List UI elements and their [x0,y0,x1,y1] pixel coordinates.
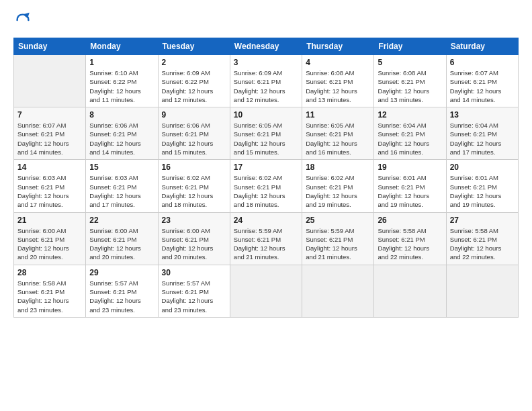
calendar-cell: 26Sunrise: 5:58 AMSunset: 6:21 PMDayligh… [374,212,446,265]
calendar-cell: 25Sunrise: 5:59 AMSunset: 6:21 PMDayligh… [302,212,374,265]
calendar-week-row: 14Sunrise: 6:03 AMSunset: 6:21 PMDayligh… [14,160,519,212]
day-number: 30 [162,268,226,277]
calendar-table: SundayMondayTuesdayWednesdayThursdayFrid… [13,38,519,318]
day-number: 25 [306,216,370,225]
day-info: Sunrise: 6:02 AMSunset: 6:21 PMDaylight:… [234,173,298,209]
calendar-cell: 24Sunrise: 5:59 AMSunset: 6:21 PMDayligh… [230,212,302,265]
day-info: Sunrise: 5:57 AMSunset: 6:21 PMDaylight:… [89,279,154,314]
calendar-cell: 10Sunrise: 6:05 AMSunset: 6:21 PMDayligh… [230,107,302,160]
calendar-header-row: SundayMondayTuesdayWednesdayThursdayFrid… [14,38,519,55]
calendar-cell [446,265,518,317]
calendar-cell: 19Sunrise: 6:01 AMSunset: 6:21 PMDayligh… [374,160,446,212]
calendar-cell: 27Sunrise: 5:58 AMSunset: 6:21 PMDayligh… [446,212,518,265]
day-number: 16 [162,163,226,172]
day-number: 24 [234,216,298,225]
day-number: 19 [378,163,442,172]
day-number: 13 [450,110,515,120]
weekday-header-saturday: Saturday [446,38,518,55]
calendar-cell: 16Sunrise: 6:02 AMSunset: 6:21 PMDayligh… [158,160,230,212]
calendar-cell [302,265,374,317]
day-number: 3 [234,58,298,67]
day-info: Sunrise: 5:58 AMSunset: 6:21 PMDaylight:… [450,226,515,262]
weekday-header-tuesday: Tuesday [158,38,230,55]
day-info: Sunrise: 6:09 AMSunset: 6:21 PMDaylight:… [234,68,298,104]
day-info: Sunrise: 6:03 AMSunset: 6:21 PMDaylight:… [17,173,82,209]
day-info: Sunrise: 6:04 AMSunset: 6:21 PMDaylight:… [450,121,515,156]
calendar-cell: 30Sunrise: 5:57 AMSunset: 6:21 PMDayligh… [158,265,230,317]
day-number: 18 [306,163,370,172]
day-info: Sunrise: 6:02 AMSunset: 6:21 PMDaylight:… [306,173,370,209]
day-number: 8 [89,110,154,120]
page: SundayMondayTuesdayWednesdayThursdayFrid… [0,0,532,411]
day-info: Sunrise: 6:00 AMSunset: 6:21 PMDaylight:… [17,226,82,262]
calendar-cell: 4Sunrise: 6:08 AMSunset: 6:21 PMDaylight… [302,55,374,107]
day-info: Sunrise: 6:00 AMSunset: 6:21 PMDaylight:… [89,226,154,262]
weekday-header-wednesday: Wednesday [230,38,302,55]
day-info: Sunrise: 6:09 AMSunset: 6:22 PMDaylight:… [162,68,226,104]
day-number: 20 [450,163,515,172]
day-info: Sunrise: 5:58 AMSunset: 6:21 PMDaylight:… [378,226,442,262]
day-number: 22 [89,216,154,225]
day-info: Sunrise: 5:58 AMSunset: 6:21 PMDaylight:… [17,279,82,314]
day-number: 5 [378,58,442,67]
day-number: 14 [17,163,82,172]
day-info: Sunrise: 6:06 AMSunset: 6:21 PMDaylight:… [89,121,154,156]
calendar-cell: 9Sunrise: 6:06 AMSunset: 6:21 PMDaylight… [158,107,230,160]
calendar-cell: 20Sunrise: 6:01 AMSunset: 6:21 PMDayligh… [446,160,518,212]
day-number: 12 [378,110,442,120]
calendar-week-row: 7Sunrise: 6:07 AMSunset: 6:21 PMDaylight… [14,107,519,160]
day-number: 1 [89,58,154,67]
day-info: Sunrise: 5:59 AMSunset: 6:21 PMDaylight:… [234,226,298,262]
day-info: Sunrise: 6:08 AMSunset: 6:21 PMDaylight:… [306,68,370,104]
day-info: Sunrise: 6:01 AMSunset: 6:21 PMDaylight:… [378,173,442,209]
day-number: 17 [234,163,298,172]
calendar-week-row: 28Sunrise: 5:58 AMSunset: 6:21 PMDayligh… [14,265,519,317]
calendar-cell: 11Sunrise: 6:05 AMSunset: 6:21 PMDayligh… [302,107,374,160]
calendar-cell [374,265,446,317]
day-number: 6 [450,58,515,67]
calendar-cell [14,55,86,107]
calendar-cell: 23Sunrise: 6:00 AMSunset: 6:21 PMDayligh… [158,212,230,265]
calendar-cell: 8Sunrise: 6:06 AMSunset: 6:21 PMDaylight… [86,107,158,160]
day-number: 4 [306,58,370,67]
day-number: 2 [162,58,226,67]
day-info: Sunrise: 6:07 AMSunset: 6:21 PMDaylight:… [450,68,515,104]
day-info: Sunrise: 6:05 AMSunset: 6:21 PMDaylight:… [306,121,370,156]
day-number: 15 [89,163,154,172]
calendar-cell: 21Sunrise: 6:00 AMSunset: 6:21 PMDayligh… [14,212,86,265]
calendar-week-row: 21Sunrise: 6:00 AMSunset: 6:21 PMDayligh… [14,212,519,265]
day-info: Sunrise: 6:02 AMSunset: 6:21 PMDaylight:… [162,173,226,209]
day-info: Sunrise: 6:00 AMSunset: 6:21 PMDaylight:… [162,226,226,262]
day-info: Sunrise: 6:10 AMSunset: 6:22 PMDaylight:… [89,68,154,104]
day-number: 7 [17,110,82,120]
day-number: 29 [89,268,154,277]
day-number: 11 [306,110,370,120]
calendar-week-row: 1Sunrise: 6:10 AMSunset: 6:22 PMDaylight… [14,55,519,107]
day-info: Sunrise: 6:07 AMSunset: 6:21 PMDaylight:… [17,121,82,156]
calendar-cell: 17Sunrise: 6:02 AMSunset: 6:21 PMDayligh… [230,160,302,212]
calendar-cell: 3Sunrise: 6:09 AMSunset: 6:21 PMDaylight… [230,55,302,107]
logo-icon [13,11,32,30]
calendar-cell: 28Sunrise: 5:58 AMSunset: 6:21 PMDayligh… [14,265,86,317]
day-info: Sunrise: 6:03 AMSunset: 6:21 PMDaylight:… [89,173,154,209]
day-number: 10 [234,110,298,120]
weekday-header-friday: Friday [374,38,446,55]
calendar-cell: 6Sunrise: 6:07 AMSunset: 6:21 PMDaylight… [446,55,518,107]
calendar-cell: 2Sunrise: 6:09 AMSunset: 6:22 PMDaylight… [158,55,230,107]
calendar-cell: 29Sunrise: 5:57 AMSunset: 6:21 PMDayligh… [86,265,158,317]
day-number: 27 [450,216,515,225]
calendar-cell: 14Sunrise: 6:03 AMSunset: 6:21 PMDayligh… [14,160,86,212]
calendar-cell: 15Sunrise: 6:03 AMSunset: 6:21 PMDayligh… [86,160,158,212]
logo [13,11,35,30]
day-info: Sunrise: 5:57 AMSunset: 6:21 PMDaylight:… [162,279,226,314]
weekday-header-thursday: Thursday [302,38,374,55]
calendar-cell: 13Sunrise: 6:04 AMSunset: 6:21 PMDayligh… [446,107,518,160]
calendar-cell: 5Sunrise: 6:08 AMSunset: 6:21 PMDaylight… [374,55,446,107]
day-number: 9 [162,110,226,120]
day-info: Sunrise: 6:05 AMSunset: 6:21 PMDaylight:… [234,121,298,156]
weekday-header-monday: Monday [86,38,158,55]
day-number: 28 [17,268,82,277]
calendar-cell: 22Sunrise: 6:00 AMSunset: 6:21 PMDayligh… [86,212,158,265]
day-info: Sunrise: 6:08 AMSunset: 6:21 PMDaylight:… [378,68,442,104]
weekday-header-sunday: Sunday [14,38,86,55]
